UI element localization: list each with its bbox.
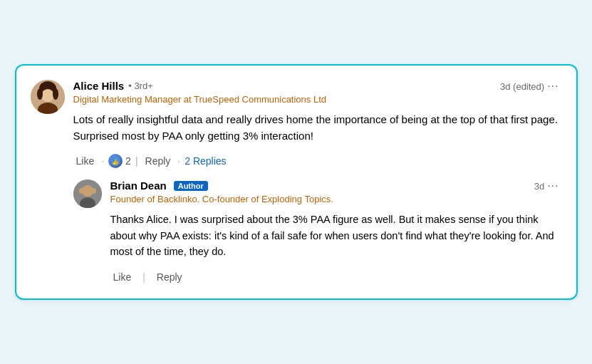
nested-comment-body: Brian Dean Author 3d ··· Founder of Back… xyxy=(110,180,559,284)
svg-point-9 xyxy=(82,185,93,197)
svg-text:👍: 👍 xyxy=(112,158,119,165)
brian-name: Brian Dean xyxy=(110,180,167,192)
nested-separator: | xyxy=(142,271,145,283)
alice-title: Digital Marketing Manager at TrueSpeed C… xyxy=(73,94,559,105)
nested-comment: Brian Dean Author 3d ··· Founder of Back… xyxy=(73,180,559,284)
nested-timestamp: 3d ··· xyxy=(534,180,559,192)
alice-name: Alice Hills xyxy=(73,80,125,92)
top-action-bar: Like · 👍 2 | Reply · 2 Replies xyxy=(73,154,559,168)
top-comment-header: Alice Hills • 3rd+ 3d (edited) ··· xyxy=(73,80,559,93)
svg-point-3 xyxy=(37,88,43,100)
top-comment: Alice Hills • 3rd+ 3d (edited) ··· Digit… xyxy=(31,80,559,168)
svg-point-11 xyxy=(79,188,83,194)
nested-more-options-icon[interactable]: ··· xyxy=(547,180,559,192)
reaction-emoji-icon: 👍 xyxy=(108,154,123,168)
top-separator-2: | xyxy=(135,155,138,167)
svg-point-2 xyxy=(41,89,54,102)
top-like-button[interactable]: Like xyxy=(73,154,98,168)
top-comment-body: Alice Hills • 3rd+ 3d (edited) ··· Digit… xyxy=(73,80,559,168)
brian-name-area: Brian Dean Author xyxy=(110,180,208,192)
author-badge: Author xyxy=(174,181,208,191)
top-more-options-icon[interactable]: ··· xyxy=(547,80,559,93)
nested-reply-button[interactable]: Reply xyxy=(154,270,185,284)
alice-avatar xyxy=(31,80,65,114)
nested-action-bar: Like | Reply xyxy=(110,270,559,284)
nested-like-button[interactable]: Like xyxy=(110,270,135,284)
brian-title: Founder of Backlinko. Co-founder of Expl… xyxy=(110,194,559,204)
like-reaction: 👍 2 xyxy=(108,154,131,168)
comment-card: Alice Hills • 3rd+ 3d (edited) ··· Digit… xyxy=(15,64,578,299)
top-timestamp: 3d (edited) ··· xyxy=(500,80,559,93)
reaction-count: 2 xyxy=(125,155,131,167)
brian-avatar xyxy=(73,180,102,208)
top-reply-button[interactable]: Reply xyxy=(142,154,174,168)
top-replies-link[interactable]: 2 Replies xyxy=(185,155,226,167)
nested-comment-text: Thanks Alice. I was surprised about the … xyxy=(110,212,559,259)
top-comment-text: Lots of really insightful data and reall… xyxy=(73,112,559,144)
alice-degree: • 3rd+ xyxy=(128,80,153,91)
top-separator-3: · xyxy=(177,155,180,167)
top-name-area: Alice Hills • 3rd+ xyxy=(73,80,153,92)
svg-point-12 xyxy=(92,188,96,194)
top-separator-1: · xyxy=(101,155,104,167)
svg-point-4 xyxy=(53,88,58,100)
nested-comment-header: Brian Dean Author 3d ··· xyxy=(110,180,559,192)
